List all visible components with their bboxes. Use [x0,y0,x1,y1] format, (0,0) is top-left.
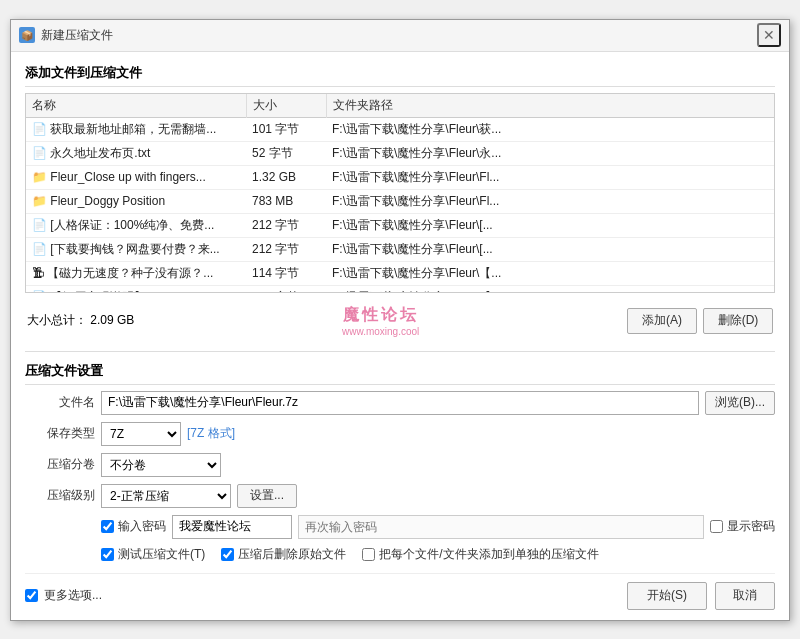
file-size: 52 字节 [246,141,326,165]
delete-button[interactable]: 删除(D) [703,308,773,334]
file-path: F:\迅雷下载\魔性分享\Fleur\Fl... [326,189,774,213]
action-buttons: 开始(S) 取消 [627,582,775,610]
file-size: 212 字节 [246,237,326,261]
more-options-checkbox[interactable] [25,589,38,602]
bottom-action-row: 更多选项... 开始(S) 取消 [25,573,775,610]
separate-row: 把每个文件/文件夹添加到单独的压缩文件 [362,546,598,563]
show-password-row: 显示密码 [710,518,775,535]
file-path: F:\迅雷下载\魔性分享\Fleur\永... [326,141,774,165]
test-checkbox[interactable] [101,548,114,561]
password-confirm-input[interactable] [298,515,704,539]
filename-input[interactable] [101,391,699,415]
start-button[interactable]: 开始(S) [627,582,707,610]
file-path: F:\迅雷下载\魔性分享\Fleur\[... [326,237,774,261]
password-row: 输入密码 显示密码 [25,515,775,539]
table-row[interactable]: 📄 永久地址发布页.txt 52 字节 F:\迅雷下载\魔性分享\Fleur\永… [26,141,774,165]
file-path: F:\迅雷下载\魔性分享\Fleur\【... [326,261,774,285]
more-options-label[interactable]: 更多选项... [44,587,102,604]
file-name: 📁 Fleur_Doggy Position [26,189,246,213]
settings-section: 压缩文件设置 文件名 浏览(B)... 保存类型 7ZZIPTARGZipBZi… [25,351,775,610]
file-name: 📄 永久地址发布页.txt [26,141,246,165]
title-bar: 📦 新建压缩文件 ✕ [11,20,789,52]
level-label: 压缩级别 [25,487,95,504]
window-icon: 📦 [19,27,35,43]
delete-original-checkbox[interactable] [221,548,234,561]
password-input[interactable] [172,515,292,539]
file-name: 📄 获取最新地址邮箱，无需翻墙... [26,117,246,141]
file-name: 📄 [下载要掏钱？网盘要付费？来... [26,237,246,261]
show-password-checkbox[interactable] [710,520,723,533]
window-title: 新建压缩文件 [41,27,113,44]
table-row[interactable]: 📄 获取最新地址邮箱，无需翻墙... 101 字节 F:\迅雷下载\魔性分享\F… [26,117,774,141]
password-controls: 输入密码 显示密码 [101,515,775,539]
watermark-line2: www.moxing.cool [342,326,419,337]
file-section-title: 添加文件到压缩文件 [25,64,775,87]
table-row[interactable]: 📄 [下载要掏钱？网盘要付费？来... 212 字节 F:\迅雷下载\魔性分享\… [26,237,774,261]
level-select[interactable]: 存储1-最快压缩2-正常压缩3-最大压缩4-极速压缩5-极限压缩 [101,484,231,508]
test-compress-row: 测试压缩文件(T) [101,546,205,563]
save-type-row: 保存类型 7ZZIPTARGZipBZip2XZWIM [7Z 格式] [25,422,775,446]
table-row[interactable]: 📄 【解压密码说明】.txt 406 字节 F:\迅雷下载\魔性分享\Fleur… [26,285,774,293]
file-size: 114 字节 [246,261,326,285]
file-path: F:\迅雷下载\魔性分享\Fleur\[... [326,213,774,237]
file-table-container[interactable]: 名称 大小 文件夹路径 📄 获取最新地址邮箱，无需翻墙... 101 字节 F:… [25,93,775,293]
file-path: F:\迅雷下载\魔性分享\Fleur\【... [326,285,774,293]
add-button[interactable]: 添加(A) [627,308,697,334]
cancel-button[interactable]: 取消 [715,582,775,610]
col-name: 名称 [26,94,246,118]
format-label: [7Z 格式] [187,425,235,442]
bottom-bar: 大小总计： 2.09 GB 魔性论坛 www.moxing.cool 添加(A)… [25,301,775,341]
table-row[interactable]: 📁 Fleur_Close up with fingers... 1.32 GB… [26,165,774,189]
file-size: 1.32 GB [246,165,326,189]
split-select[interactable]: 不分卷10 MB100 MB700 MB1 GB4 GB [101,453,221,477]
filename-label: 文件名 [25,394,95,411]
bottom-left: 更多选项... [25,587,102,604]
delete-original-label[interactable]: 压缩后删除原始文件 [238,546,346,563]
table-row[interactable]: 🗜 【磁力无速度？种子没有源？... 114 字节 F:\迅雷下载\魔性分享\F… [26,261,774,285]
settings-title: 压缩文件设置 [25,362,775,385]
separate-label[interactable]: 把每个文件/文件夹添加到单独的压缩文件 [379,546,598,563]
password-checkbox-label[interactable]: 输入密码 [118,518,166,535]
close-button[interactable]: ✕ [757,23,781,47]
file-size: 406 字节 [246,285,326,293]
options-row-1: 测试压缩文件(T) 压缩后删除原始文件 把每个文件/文件夹添加到单独的压缩文件 [25,546,775,563]
total-size-label: 大小总计： [27,313,87,327]
test-checkbox-label[interactable]: 测试压缩文件(T) [118,546,205,563]
file-name: 📄 【解压密码说明】.txt [26,285,246,293]
file-size: 212 字节 [246,213,326,237]
split-label: 压缩分卷 [25,456,95,473]
main-content: 添加文件到压缩文件 名称 大小 文件夹路径 📄 获取最新地址邮箱，无需翻墙...… [11,52,789,620]
watermark-line1: 魔性论坛 [342,305,419,326]
col-path: 文件夹路径 [326,94,774,118]
file-name: 📁 Fleur_Close up with fingers... [26,165,246,189]
file-name: 📄 [人格保证：100%纯净、免费... [26,213,246,237]
delete-original-row: 压缩后删除原始文件 [221,546,346,563]
title-bar-left: 📦 新建压缩文件 [19,27,113,44]
save-type-label: 保存类型 [25,425,95,442]
file-name: 🗜 【磁力无速度？种子没有源？... [26,261,246,285]
file-size: 101 字节 [246,117,326,141]
level-row: 压缩级别 存储1-最快压缩2-正常压缩3-最大压缩4-极速压缩5-极限压缩 设置… [25,484,775,508]
watermark: 魔性论坛 www.moxing.cool [342,305,419,337]
file-table: 名称 大小 文件夹路径 📄 获取最新地址邮箱，无需翻墙... 101 字节 F:… [26,94,774,293]
password-checkbox[interactable] [101,520,114,533]
file-path: F:\迅雷下载\魔性分享\Fleur\获... [326,117,774,141]
separate-checkbox[interactable] [362,548,375,561]
password-checkbox-row: 输入密码 [101,518,166,535]
settings-button[interactable]: 设置... [237,484,297,508]
filename-row: 文件名 浏览(B)... [25,391,775,415]
total-size-value: 2.09 GB [90,313,134,327]
file-size: 783 MB [246,189,326,213]
save-type-select[interactable]: 7ZZIPTARGZipBZip2XZWIM [101,422,181,446]
file-action-buttons: 添加(A) 删除(D) [627,308,773,334]
show-password-label[interactable]: 显示密码 [727,518,775,535]
main-window: 📦 新建压缩文件 ✕ 添加文件到压缩文件 名称 大小 文件夹路径 📄 获取最新地… [10,19,790,621]
table-row[interactable]: 📄 [人格保证：100%纯净、免费... 212 字节 F:\迅雷下载\魔性分享… [26,213,774,237]
browse-button[interactable]: 浏览(B)... [705,391,775,415]
col-size: 大小 [246,94,326,118]
file-path: F:\迅雷下载\魔性分享\Fleur\Fl... [326,165,774,189]
total-size: 大小总计： 2.09 GB [27,312,134,329]
split-row: 压缩分卷 不分卷10 MB100 MB700 MB1 GB4 GB [25,453,775,477]
table-row[interactable]: 📁 Fleur_Doggy Position 783 MB F:\迅雷下载\魔性… [26,189,774,213]
